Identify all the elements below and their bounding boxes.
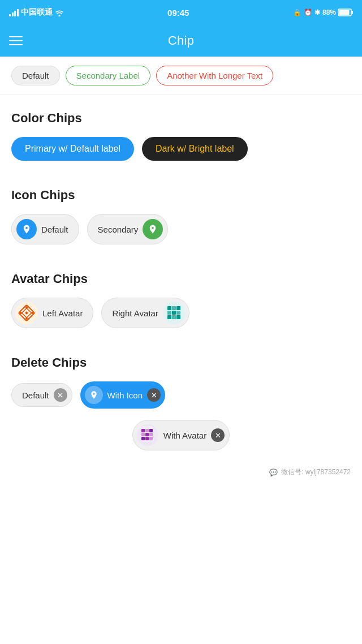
svg-rect-18 <box>167 315 171 319</box>
delete-button-icon[interactable]: ✕ <box>147 388 161 402</box>
lock-icon: 🔒 <box>293 8 301 16</box>
bluetooth-icon: ✱ <box>314 8 320 16</box>
status-bar: 中国联通 09:45 🔒 ⏰ ✱ 88% <box>0 0 362 25</box>
svg-rect-12 <box>167 306 171 310</box>
delete-button-avatar[interactable]: ✕ <box>211 428 225 442</box>
main-content: Default Secondary Label Another With Lon… <box>0 57 362 483</box>
watermark: 💬 微信号: wylj787352472 <box>0 462 362 483</box>
icon-chips-row: Default Secondary <box>11 214 351 250</box>
color-chips-row: Primary w/ Default label Dark w/ Bright … <box>11 137 351 166</box>
app-title: Chip <box>23 33 339 48</box>
svg-rect-28 <box>141 437 145 440</box>
status-left: 中国联通 <box>9 7 64 18</box>
chip-delete-icon[interactable]: With Icon ✕ <box>80 381 166 409</box>
pin-icon-delete <box>85 386 103 404</box>
icon-chips-section: Icon Chips Default Secondary <box>0 172 362 256</box>
chip-default-top[interactable]: Default <box>11 66 60 85</box>
chip-icon-secondary[interactable]: Secondary <box>87 214 169 244</box>
app-bar: Chip <box>0 25 362 57</box>
avatar-chips-title: Avatar Chips <box>11 272 351 286</box>
pin-icon-blue <box>16 219 37 239</box>
battery-label: 88% <box>322 8 336 16</box>
svg-rect-14 <box>176 306 180 310</box>
svg-rect-20 <box>176 315 180 319</box>
delete-chips-section: Delete Chips Default ✕ With Icon ✕ <box>0 340 362 462</box>
status-time: 09:45 <box>167 8 189 18</box>
chip-secondary-top[interactable]: Secondary Label <box>66 66 151 85</box>
menu-button[interactable] <box>9 36 23 45</box>
svg-rect-1 <box>352 11 354 14</box>
chip-dark[interactable]: Dark w/ Bright label <box>142 137 248 161</box>
svg-rect-25 <box>141 433 145 436</box>
chip-icon-default[interactable]: Default <box>11 214 79 244</box>
icon-chips-title: Icon Chips <box>11 188 351 203</box>
avatar-teal <box>163 302 186 324</box>
svg-rect-22 <box>141 429 145 432</box>
svg-rect-16 <box>172 311 176 315</box>
delete-chips-row: Default ✕ With Icon ✕ <box>11 381 351 414</box>
color-chips-section: Color Chips Primary w/ Default label Dar… <box>0 95 362 172</box>
svg-rect-27 <box>149 433 153 436</box>
wechat-icon: 💬 <box>269 469 278 476</box>
svg-point-7 <box>20 312 22 314</box>
chip-primary[interactable]: Primary w/ Default label <box>11 137 134 161</box>
svg-rect-15 <box>167 311 171 315</box>
color-chips-title: Color Chips <box>11 111 351 126</box>
svg-rect-24 <box>149 429 153 432</box>
avatar-orange <box>15 302 38 324</box>
delete-chips-title: Delete Chips <box>11 355 351 370</box>
chip-left-avatar[interactable]: Left Avatar <box>11 298 93 328</box>
svg-point-10 <box>25 317 28 320</box>
avatar-purple <box>136 424 159 446</box>
svg-rect-29 <box>145 437 149 440</box>
alarm-icon: ⏰ <box>304 8 312 16</box>
svg-rect-19 <box>172 315 176 319</box>
chip-right-avatar[interactable]: Right Avatar <box>101 298 189 328</box>
status-right: 🔒 ⏰ ✱ 88% <box>293 8 353 16</box>
svg-point-8 <box>31 312 33 314</box>
signal-icon <box>9 8 19 16</box>
delete-chips-avatar-row: With Avatar ✕ <box>11 420 351 456</box>
pin-icon-green <box>143 219 163 239</box>
wifi-icon <box>55 8 64 16</box>
svg-point-9 <box>25 306 28 308</box>
svg-rect-17 <box>176 311 180 315</box>
svg-rect-23 <box>145 429 149 432</box>
battery-icon <box>338 8 353 16</box>
top-chips-row: Default Secondary Label Another With Lon… <box>0 57 362 95</box>
svg-rect-2 <box>339 10 350 15</box>
chip-another-top[interactable]: Another With Longer Text <box>156 66 273 85</box>
svg-rect-26 <box>145 433 149 436</box>
avatar-chips-section: Avatar Chips <box>0 256 362 340</box>
delete-button-default[interactable]: ✕ <box>54 388 67 402</box>
svg-rect-30 <box>149 437 153 440</box>
carrier-label: 中国联通 <box>21 7 53 18</box>
chip-delete-default[interactable]: Default ✕ <box>11 383 72 407</box>
chip-delete-avatar[interactable]: With Avatar ✕ <box>132 420 230 450</box>
avatar-chips-row: Left Avatar Right Avatar <box>11 298 351 334</box>
svg-rect-13 <box>172 306 176 310</box>
